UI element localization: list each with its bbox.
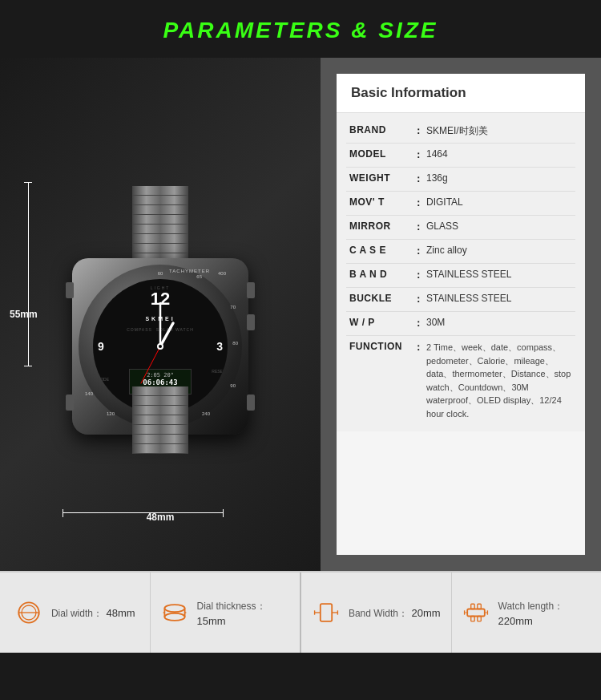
svg-rect-16 [321,604,332,621]
band-width-label: Band Width： [349,608,408,619]
spec-value-brand: SKMEI/时刻美 [426,124,572,138]
watch-image: TACHYMETER 60 65 400 70 80 90 240 100 12… [48,186,272,459]
spec-card: Basic Information BRAND ： SKMEI/时刻美 MODE… [337,74,585,555]
spec-row-band: B A N D ： STAINLESS STEEL [346,264,575,288]
spec-row-case: C A S E ： Zinc alloy [346,240,575,264]
svg-line-2 [141,346,160,383]
bottom-item-dial-thickness: Dial thickness： 15mm [151,573,302,653]
dim-line-top [24,182,32,183]
spec-value-function: 2 Time、week、date、compass、pedometer、Calor… [426,341,572,420]
svg-rect-23 [477,604,481,609]
svg-point-4 [159,345,162,348]
dim-width-label: 48mm [147,512,175,523]
spec-row-brand: BRAND ： SKMEI/时刻美 [346,119,575,144]
svg-rect-24 [470,617,474,621]
spec-label-band: B A N D [349,269,413,280]
spec-row-mirror: MIRROR ： GLASS [346,216,575,240]
watch-panel: 55mm 48mm [0,58,321,571]
watch-length-value: 220mm [498,615,533,627]
svg-rect-21 [467,609,485,617]
dial-thickness-value: 15mm [197,615,226,627]
spec-row-movt: MOV' T ： DIGITAL [346,192,575,216]
band-width-icon [312,598,341,627]
spec-label-movt: MOV' T [349,196,413,208]
dial-width-value: 48mm [106,607,135,619]
dim-line-horizontal [63,512,223,513]
dim-line-vertical [28,182,29,366]
spec-value-mirror: GLASS [426,221,572,232]
dial-thickness-icon [160,598,189,627]
spec-value-model: 1464 [426,148,572,160]
dial-width-text: Dial width： 48mm [51,605,135,621]
svg-point-13 [164,613,184,621]
watch-length-label: Watch length： [498,601,564,612]
bottom-bar: Dial width： 48mm Dial thickness： 15mm [0,571,601,653]
bottom-item-band-width: Band Width： 20mm [301,573,452,653]
bottom-item-watch-length: Watch length： 220mm [452,573,602,653]
main-content: 55mm 48mm [0,58,601,571]
watch-length-text: Watch length： 220mm [498,598,592,628]
dim-line-left [63,509,63,517]
spec-label-brand: BRAND [349,124,413,136]
spec-label-case: C A S E [349,245,413,256]
page-header: PARAMETERS & SIZE [0,0,601,58]
dial-thickness-label: Dial thickness： [197,601,266,612]
spec-label-mirror: MIRROR [349,221,413,232]
spec-label-buckle: BUCKLE [349,293,413,304]
spec-label-model: MODEL [349,148,413,160]
spec-value-case: Zinc alloy [426,245,572,256]
dial-width-label: Dial width： [51,608,103,619]
page-title: PARAMETERS & SIZE [0,18,601,43]
spec-label-function: FUNCTION [349,341,413,352]
spec-value-weight: 136g [426,172,572,184]
dim-line-right [223,509,224,517]
spec-title: Basic Information [351,85,571,101]
dial-thickness-text: Dial thickness： 15mm [197,598,291,628]
spec-value-movt: DIGITAL [426,196,572,208]
dial-width-icon [14,598,43,627]
spec-row-weight: WEIGHT ： 136g [346,168,575,192]
band-width-value: 20mm [411,607,440,619]
spec-header: Basic Information [337,74,585,113]
spec-row-function: FUNCTION ： 2 Time、week、date、compass、pedo… [346,336,575,425]
svg-line-1 [160,323,173,346]
spec-label-weight: WEIGHT [349,172,413,184]
spec-row-wp: W / P ： 30M [346,312,575,336]
spec-value-buckle: STAINLESS STEEL [426,293,572,304]
spec-body: BRAND ： SKMEI/时刻美 MODEL ： 1464 WEIGHT ： … [337,113,585,431]
spec-label-wp: W / P [349,317,413,328]
svg-rect-25 [477,617,481,621]
spec-value-wp: 30M [426,317,572,328]
svg-point-10 [164,605,184,612]
bottom-item-dial-width: Dial width： 48mm [0,573,151,653]
band-width-text: Band Width： 20mm [349,605,441,621]
dim-line-bottom [24,366,32,366]
specs-panel: Basic Information BRAND ： SKMEI/时刻美 MODE… [321,58,601,571]
dim-height-label: 55mm [10,309,38,320]
spec-row-buckle: BUCKLE ： STAINLESS STEEL [346,288,575,312]
tachymeter-label: TACHYMETER [169,269,210,273]
spec-row-model: MODEL ： 1464 [346,144,575,168]
watch-length-icon [462,598,490,627]
svg-rect-22 [470,604,474,609]
spec-value-band: STAINLESS STEEL [426,269,572,280]
